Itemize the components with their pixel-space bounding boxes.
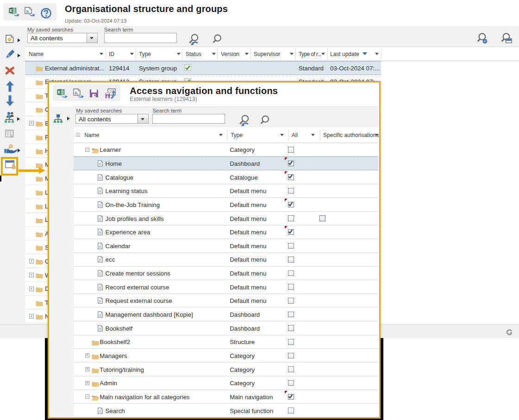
svg-text:a,: a, bbox=[75, 90, 78, 94]
svg-text:a,: a, bbox=[26, 9, 30, 13]
